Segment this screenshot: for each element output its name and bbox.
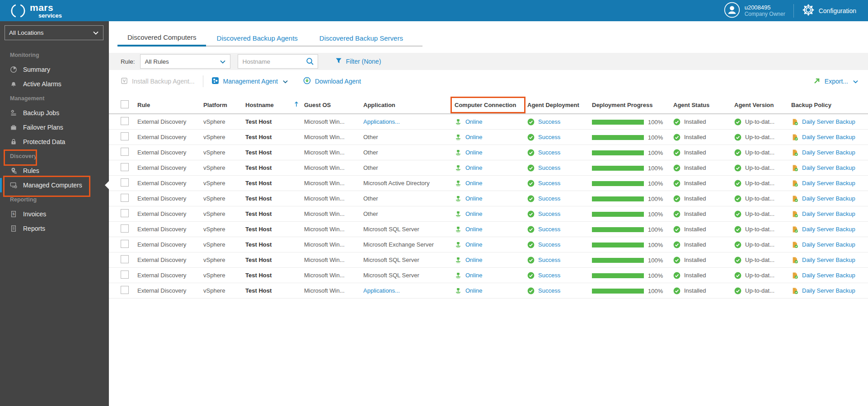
column-header-backup-policy[interactable]: Backup Policy — [791, 102, 868, 108]
table-row[interactable]: External Discovery vSphere Test Host Mic… — [109, 206, 868, 222]
backup-policy-link[interactable]: Daily Server Backup — [802, 226, 855, 233]
backup-policy-link[interactable]: Daily Server Backup — [802, 210, 855, 217]
backup-policy-link[interactable]: Daily Server Backup — [802, 287, 855, 294]
deployment-link[interactable]: Success — [538, 257, 560, 263]
row-checkbox[interactable] — [121, 178, 129, 187]
user-menu[interactable]: u2008495 Company Owner — [724, 2, 785, 20]
deployment-link[interactable]: Success — [538, 149, 560, 156]
install-backup-agent-button[interactable]: Install Backup Agent... — [121, 77, 195, 86]
backup-policy-link[interactable]: Daily Server Backup — [802, 180, 855, 187]
connection-link[interactable]: Online — [465, 195, 483, 202]
row-checkbox[interactable] — [121, 255, 129, 263]
column-header-guest-os[interactable]: Guest OS — [304, 102, 363, 108]
row-checkbox[interactable] — [121, 163, 129, 171]
backup-policy-link[interactable]: Daily Server Backup — [802, 134, 855, 140]
row-checkbox[interactable] — [121, 286, 129, 294]
row-checkbox[interactable] — [121, 132, 129, 140]
configuration-button[interactable]: Configuration — [802, 4, 856, 18]
table-row[interactable]: External Discovery vSphere Test Host Mic… — [109, 252, 868, 268]
connection-link[interactable]: Online — [465, 180, 483, 187]
backup-policy-link[interactable]: Daily Server Backup — [802, 272, 855, 279]
deployment-link[interactable]: Success — [538, 210, 560, 217]
rule-select[interactable]: All Rules — [140, 54, 230, 69]
backup-policy-link[interactable]: Daily Server Backup — [802, 241, 855, 248]
connection-link[interactable]: Online — [465, 257, 483, 263]
table-row[interactable]: External Discovery vSphere Test Host Mic… — [109, 114, 868, 130]
sidebar-item-failover-plans[interactable]: Failover Plans — [0, 120, 109, 135]
table-row[interactable]: External Discovery vSphere Test Host Mic… — [109, 283, 868, 299]
sidebar-item-backup-jobs[interactable]: Backup Jobs — [0, 106, 109, 120]
column-header-computer-connection[interactable]: Computer Connection — [455, 102, 527, 108]
location-selector[interactable]: All Locations — [5, 25, 103, 40]
column-header-hostname[interactable]: Hostname — [245, 101, 304, 108]
deployment-link[interactable]: Success — [538, 226, 560, 233]
table-row[interactable]: External Discovery vSphere Test Host Mic… — [109, 130, 868, 145]
table-row[interactable]: External Discovery vSphere Test Host Mic… — [109, 268, 868, 283]
tab-discovered-backup-servers[interactable]: Discovered Backup Servers — [309, 29, 414, 47]
connection-link[interactable]: Online — [465, 241, 483, 248]
row-checkbox[interactable] — [121, 148, 129, 156]
connection-link[interactable]: Online — [465, 287, 483, 294]
connection-link[interactable]: Online — [465, 226, 483, 233]
application-link[interactable]: Applications... — [363, 118, 400, 125]
select-all-checkbox[interactable] — [121, 100, 129, 108]
backup-policy-link[interactable]: Daily Server Backup — [802, 118, 855, 125]
table-row[interactable]: External Discovery vSphere Test Host Mic… — [109, 176, 868, 191]
hostname-search-input[interactable] — [238, 55, 336, 68]
table-row[interactable]: External Discovery vSphere Test Host Mic… — [109, 222, 868, 237]
sidebar-item-summary[interactable]: Summary — [0, 62, 109, 77]
sidebar-item-reports[interactable]: Reports — [0, 221, 109, 236]
deployment-link[interactable]: Success — [538, 287, 560, 294]
deployment-link[interactable]: Success — [538, 272, 560, 279]
row-checkbox[interactable] — [121, 194, 129, 202]
connection-link[interactable]: Online — [465, 134, 483, 140]
filter-button[interactable]: Filter (None) — [335, 57, 381, 65]
row-checkbox[interactable] — [121, 271, 129, 279]
progress-bar — [592, 135, 644, 140]
deployment-link[interactable]: Success — [538, 118, 560, 125]
backup-policy-link[interactable]: Daily Server Backup — [802, 195, 855, 202]
backup-policy-link[interactable]: Daily Server Backup — [802, 257, 855, 263]
column-header-platform[interactable]: Platform — [203, 102, 245, 108]
download-agent-button[interactable]: Download Agent — [303, 77, 361, 86]
tab-discovered-backup-agents[interactable]: Discovered Backup Agents — [206, 29, 309, 47]
row-checkbox[interactable] — [121, 224, 129, 233]
table-row[interactable]: External Discovery vSphere Test Host Mic… — [109, 145, 868, 160]
connection-link[interactable]: Online — [465, 149, 483, 156]
column-header-rule[interactable]: Rule — [137, 102, 203, 108]
row-checkbox[interactable] — [121, 240, 129, 248]
table-row[interactable]: External Discovery vSphere Test Host Mic… — [109, 237, 868, 252]
sidebar-item-active-alarms[interactable]: Active Alarms — [0, 77, 109, 91]
sidebar-item-managed-computers[interactable]: Managed Computers — [0, 178, 109, 192]
table-row[interactable]: External Discovery vSphere Test Host Mic… — [109, 160, 868, 176]
export-button[interactable]: Export... — [813, 77, 858, 86]
backup-policy-link[interactable]: Daily Server Backup — [802, 164, 855, 171]
column-header-application[interactable]: Application — [363, 102, 455, 108]
deployment-link[interactable]: Success — [538, 195, 560, 202]
connection-link[interactable]: Online — [465, 164, 483, 171]
sidebar-item-rules[interactable]: Rules — [0, 163, 109, 178]
column-header-agent-status[interactable]: Agent Status — [673, 102, 734, 108]
management-agent-button[interactable]: Management Agent — [211, 77, 288, 86]
connection-link[interactable]: Online — [465, 272, 483, 279]
column-header-agent-version[interactable]: Agent Version — [734, 102, 791, 108]
cell-agent-deployment: Success — [527, 241, 592, 248]
sidebar-item-protected-data[interactable]: Protected Data — [0, 135, 109, 149]
connection-link[interactable]: Online — [465, 210, 483, 217]
deployment-link[interactable]: Success — [538, 134, 560, 140]
application-link[interactable]: Applications... — [363, 287, 400, 294]
sidebar-item-invoices[interactable]: $ Invoices — [0, 207, 109, 221]
row-checkbox[interactable] — [121, 209, 129, 217]
deployment-link[interactable]: Success — [538, 164, 560, 171]
agent-version-text: Up-to-dat... — [745, 272, 774, 279]
deployment-link[interactable]: Success — [538, 180, 560, 187]
table-row[interactable]: External Discovery vSphere Test Host Mic… — [109, 191, 868, 206]
connection-link[interactable]: Online — [465, 118, 483, 125]
deployment-link[interactable]: Success — [538, 241, 560, 248]
column-header-agent-deployment[interactable]: Agent Deployment — [527, 102, 592, 108]
column-header-deployment-progress[interactable]: Deployment Progress — [592, 102, 673, 108]
tab-discovered-computers[interactable]: Discovered Computers — [117, 29, 206, 47]
backup-policy-link[interactable]: Daily Server Backup — [802, 149, 855, 156]
row-checkbox[interactable] — [121, 117, 129, 125]
search-icon[interactable] — [306, 57, 314, 67]
